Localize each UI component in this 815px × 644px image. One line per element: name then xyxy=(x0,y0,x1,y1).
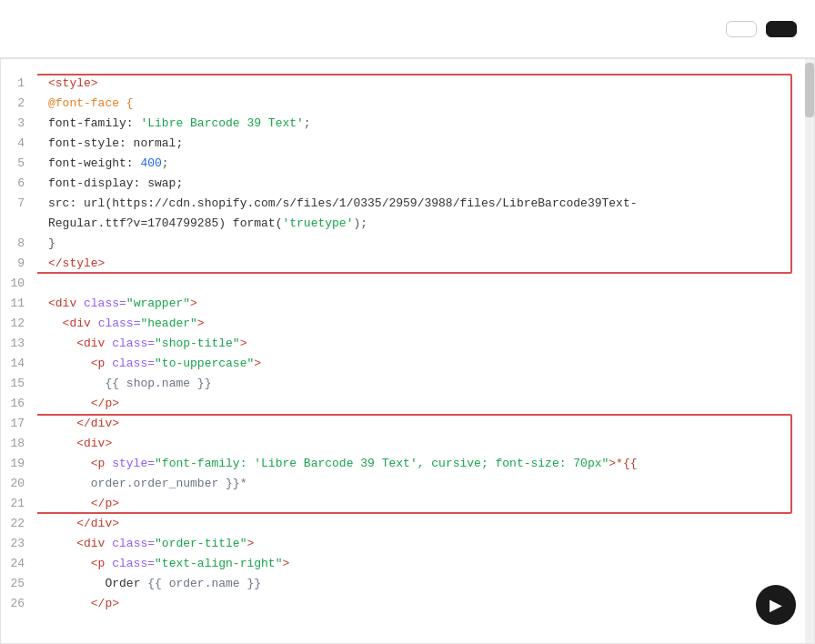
code-line: font-display: swap; xyxy=(48,174,803,194)
code-line: {{ shop.name }} xyxy=(48,374,803,394)
scrollbar-track xyxy=(805,59,814,643)
code-token: <p xyxy=(91,357,112,370)
code-token xyxy=(48,477,91,490)
fab-button[interactable]: ▶ xyxy=(756,585,796,625)
code-token: class= xyxy=(112,537,155,550)
line-number: 3 xyxy=(8,114,32,134)
line-number: 12 xyxy=(8,314,32,334)
line-number: 1 xyxy=(8,74,32,94)
line-number: 15 xyxy=(8,374,32,394)
line-number: 4 xyxy=(8,134,32,154)
code-token xyxy=(48,597,91,610)
line-number: 6 xyxy=(8,174,32,194)
code-token: font-display: swap; xyxy=(48,176,183,190)
code-line: </p> xyxy=(48,594,803,614)
code-token: </p> xyxy=(91,397,119,410)
line-number: 14 xyxy=(8,354,32,374)
line-number: 26 xyxy=(8,594,32,614)
line-number: 7 xyxy=(8,194,32,214)
header-bar xyxy=(0,0,815,58)
code-line xyxy=(48,274,803,294)
code-token: src: url(https://cdn.shopify.com/s/files… xyxy=(48,196,638,210)
code-token: {{ shop.name }} xyxy=(105,377,211,390)
code-token: <p xyxy=(91,557,112,570)
code-line: font-style: normal; xyxy=(48,134,803,154)
code-token: class= xyxy=(84,297,126,310)
line-number: 24 xyxy=(8,554,32,574)
code-token: } xyxy=(48,236,55,250)
line-number: 9 xyxy=(8,254,32,274)
line-number: 25 xyxy=(8,574,32,594)
code-token: class= xyxy=(112,357,155,370)
preview-template-button[interactable] xyxy=(766,21,797,37)
line-number: 22 xyxy=(8,514,32,534)
code-token: > xyxy=(197,317,205,330)
code-token: class= xyxy=(112,557,155,570)
code-token: 'truetype' xyxy=(282,216,353,230)
localize-button[interactable] xyxy=(726,21,757,37)
code-token: <div xyxy=(63,317,98,330)
code-line: <p class="text-align-right"> xyxy=(48,554,803,574)
code-token: ; xyxy=(162,156,169,170)
code-line: </style> xyxy=(48,254,803,274)
code-token: > xyxy=(240,337,247,350)
code-line: } xyxy=(48,234,803,254)
line-number: 20 xyxy=(8,474,32,494)
code-editor-container: 1234567891011121314151617181920212223242… xyxy=(0,58,815,644)
code-token: 400 xyxy=(140,156,161,170)
code-token: Regular.ttf?v=1704799285) format( xyxy=(48,216,282,230)
line-number: 23 xyxy=(8,534,32,554)
line-numbers: 1234567891011121314151617181920212223242… xyxy=(1,59,37,643)
code-token: font-family: xyxy=(48,116,140,130)
code-token: style= xyxy=(112,457,155,470)
code-token: <div xyxy=(76,337,112,350)
code-line: <div class="shop-title"> xyxy=(48,334,803,354)
code-token: class= xyxy=(112,337,155,350)
code-token xyxy=(48,517,76,530)
code-content[interactable]: <style>@font-face {font-family: 'Libre B… xyxy=(37,59,814,643)
code-token: ; xyxy=(304,116,311,130)
line-number xyxy=(8,214,32,234)
code-token: <div> xyxy=(76,437,112,450)
code-token: "to-uppercase" xyxy=(155,357,254,370)
code-token: </style> xyxy=(48,257,105,270)
code-token xyxy=(48,337,76,350)
line-number: 17 xyxy=(8,414,32,434)
code-token: "order-title" xyxy=(155,537,247,550)
code-token xyxy=(48,357,91,370)
code-token xyxy=(48,457,91,470)
code-token: "wrapper" xyxy=(126,297,190,310)
code-token xyxy=(48,557,91,570)
code-token: order.order_number }}* xyxy=(91,477,247,490)
code-token: ); xyxy=(353,216,367,230)
code-token: "text-align-right" xyxy=(155,557,282,570)
code-line: <div class="wrapper"> xyxy=(48,294,803,314)
code-token xyxy=(48,377,105,390)
code-line: </p> xyxy=(48,394,803,414)
header-right xyxy=(726,21,797,37)
code-token: <div xyxy=(48,297,84,310)
code-token: "font-family: 'Libre Barcode 39 Text', c… xyxy=(155,457,609,470)
code-token: @font-face { xyxy=(48,96,134,110)
code-token xyxy=(48,577,105,590)
code-line: font-family: 'Libre Barcode 39 Text'; xyxy=(48,114,803,134)
code-line: font-weight: 400; xyxy=(48,154,803,174)
line-number: 8 xyxy=(8,234,32,254)
code-token: > xyxy=(247,537,254,550)
code-token: </div> xyxy=(76,517,119,530)
code-token: <style> xyxy=(48,76,98,90)
line-number: 10 xyxy=(8,274,32,294)
code-token: > xyxy=(282,557,289,570)
code-line: <p style="font-family: 'Libre Barcode 39… xyxy=(48,454,803,474)
code-editor[interactable]: 1234567891011121314151617181920212223242… xyxy=(1,59,814,643)
scrollbar-thumb[interactable] xyxy=(805,63,814,117)
code-line: </div> xyxy=(48,414,803,434)
code-token: <p xyxy=(91,457,112,470)
code-line: @font-face { xyxy=(48,94,803,114)
line-number: 21 xyxy=(8,494,32,514)
line-number: 18 xyxy=(8,434,32,454)
code-token xyxy=(48,437,76,450)
code-token xyxy=(48,397,91,410)
code-token: > xyxy=(254,357,261,370)
code-line: order.order_number }}* xyxy=(48,474,803,494)
